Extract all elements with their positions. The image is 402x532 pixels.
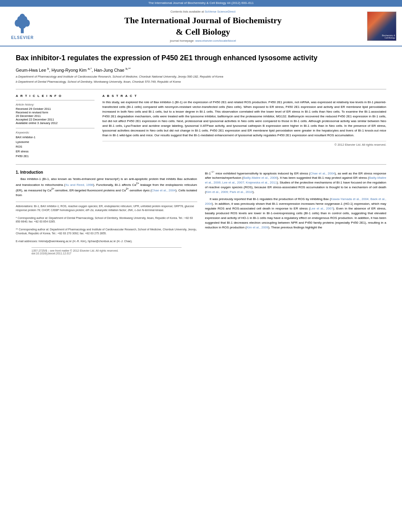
keyword-1: BAX inhibitor-1	[16, 135, 94, 140]
keyword-3: ROS	[16, 145, 94, 149]
history-label: Article history:	[16, 103, 94, 106]
journal-header: ELSEVIER Contents lists available at Sci…	[0, 6, 402, 46]
body-col-right: BI-1−/− mice exhibited hypersensitivity …	[205, 170, 387, 255]
article-info-column: A R T I C L E I N F O Article history: R…	[16, 94, 94, 159]
keywords-block: Keywords: BAX inhibitor-1 Lysosome ROS E…	[16, 128, 94, 159]
article-title: Bax inhibitor-1 regulates the expression…	[16, 54, 386, 63]
article-info-label: A R T I C L E I N F O	[16, 94, 94, 98]
intro-heading: 1. Introduction	[16, 170, 197, 174]
email-footnote: E-mail addresses: hrkimdp@wemkwang.ac.kr…	[16, 239, 197, 243]
authors: Geum-Hwa Lee b, Hyung-Ryong Kim a,*, Han…	[16, 67, 386, 72]
elsevier-logo-left: ELSEVIER	[5, 13, 40, 40]
journal-citation-text: The International Journal of Biochemistr…	[148, 1, 254, 5]
homepage-link[interactable]: www.elsevier.com/locate/biocel	[195, 39, 236, 43]
homepage-label: journal homepage:	[170, 39, 195, 43]
abstract-text: In this study, we explored the role of B…	[102, 100, 386, 138]
svg-rect-0	[20, 28, 23, 33]
elsevier-label: ELSEVIER	[11, 35, 33, 40]
journal-title: The International Journal of Biochemistr…	[44, 15, 362, 37]
article-history-block: Article history: Received 29 October 201…	[16, 100, 94, 125]
corresponding2-footnote: ** Corresponding author at: Department o…	[16, 228, 197, 235]
journal-citation-bar: The International Journal of Biochemistr…	[0, 0, 402, 6]
keywords-label: Keywords:	[16, 131, 94, 134]
doi-line: doi:10.1016/j.biocel.2011.12.017	[31, 252, 182, 255]
abstract-column: A B S T R A C T In this study, we explor…	[102, 94, 386, 159]
issn-line: 1357-2725/$ – see front matter © 2012 El…	[31, 249, 182, 252]
journal-thumbnail	[366, 11, 397, 41]
body-col-left: 1. Introduction Bax inhibitor-1 (BI-1, a…	[16, 170, 197, 255]
sciverse-link[interactable]: SciVerse ScienceDirect	[205, 10, 235, 13]
journal-homepage: journal homepage: www.elsevier.com/locat…	[44, 39, 362, 43]
info-abstract-section: A R T I C L E I N F O Article history: R…	[16, 94, 386, 159]
received-date: Received 29 October 2011	[16, 107, 94, 111]
section-divider	[16, 164, 386, 165]
revised-label: Received in revised form	[16, 111, 94, 114]
journal-cover-image	[367, 11, 396, 41]
article-main: Bax inhibitor-1 regulates the expression…	[0, 46, 402, 254]
svg-point-6	[19, 13, 25, 20]
contents-label: Contents lists available at	[170, 10, 204, 13]
affiliation-a: a Department of Pharmacology and Institu…	[16, 74, 386, 79]
available-date: Available online 3 January 2012	[16, 121, 94, 125]
article-title-section: Bax inhibitor-1 regulates the expression…	[16, 46, 386, 89]
affiliation-b: b Department of Dental Pharmacology, Sch…	[16, 80, 386, 84]
abstract-label: A B S T R A C T	[102, 94, 386, 98]
keyword-2: Lysosome	[16, 140, 94, 145]
contents-line: Contents lists available at SciVerse Sci…	[44, 10, 362, 13]
revised-date: 20 December 2011	[16, 114, 94, 118]
intro-paragraph2: BI-1−/− mice exhibited hypersensitivity …	[205, 170, 387, 230]
intro-paragraph1: Bax inhibitor-1 (BI-1, also known as 'te…	[16, 177, 197, 198]
keyword-4: ER stress	[16, 149, 94, 154]
body-section: 1. Introduction Bax inhibitor-1 (BI-1, a…	[16, 170, 386, 255]
abbreviations-footnote: Abbreviations: BI-1, BAX inhibitor-1; RO…	[16, 204, 197, 212]
footnote-section: Abbreviations: BI-1, BAX inhibitor-1; RO…	[16, 202, 197, 243]
header-center: Contents lists available at SciVerse Sci…	[44, 10, 362, 43]
accepted-date: Accepted 22 December 2011	[16, 118, 94, 121]
affiliations: a Department of Pharmacology and Institu…	[16, 74, 386, 84]
corresponding1-footnote: * Corresponding author at: Department of…	[16, 216, 197, 224]
keyword-5: P450 2E1	[16, 154, 94, 159]
copyright-line: © 2012 Elsevier Ltd. All rights reserved…	[102, 141, 386, 146]
bottom-info: 1357-2725/$ – see front matter © 2012 El…	[31, 247, 182, 255]
